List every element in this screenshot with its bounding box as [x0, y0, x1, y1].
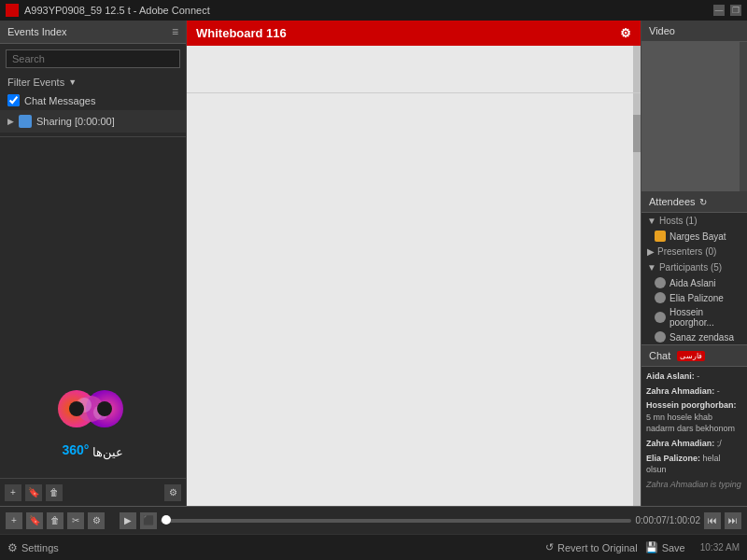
logo-container: 360° عین‌ها [37, 381, 149, 459]
timeline-controls: + 🔖 🗑 ✂ ⚙ ▶ ⬛ [6, 512, 157, 529]
logo-arabic-text: عین‌ها [92, 445, 123, 459]
clock-display: 10:32 AM [700, 542, 740, 553]
attendees-section: Attendees ↻ ▼ Hosts (1) Narges Bayat ▶ P… [641, 191, 747, 344]
participants-group-header[interactable]: ▼ Participants (5) [641, 259, 747, 275]
hosts-label: Hosts (1) [659, 216, 698, 226]
presenters-expand-icon: ▶ [647, 246, 655, 257]
timeline-play-pause-button[interactable]: ▶ [120, 512, 136, 529]
participant-avatar-sanaz [655, 331, 666, 343]
timeline-stop-button[interactable]: ⬛ [140, 512, 157, 529]
attendees-label: Attendees [649, 196, 696, 207]
filter-events-label: Filter Events [7, 77, 64, 88]
participant-item-elia: Elia Palizone [641, 290, 747, 305]
chat-message-5: Elia Palizone: helal olsun [646, 453, 742, 476]
whiteboard-panel: Whiteboard 116 ⚙ [187, 21, 641, 506]
save-label: Save [662, 542, 685, 553]
delete-button[interactable]: 🗑 [46, 484, 63, 501]
chat-message-4: Zahra Ahmadian: ;/ [646, 438, 742, 450]
timeline-delete-button[interactable]: 🗑 [47, 512, 63, 529]
whiteboard-header: Whiteboard 116 ⚙ [187, 21, 641, 46]
participant-avatar-elia [655, 292, 666, 303]
events-index-header: Events Index ≡ [0, 21, 186, 44]
chat-text-1: - [697, 371, 699, 381]
participant-name-elia: Elia Palizone [669, 293, 724, 303]
title-bar: A993YP0908_59 12.5 t - Adobe Connect — ❐ [0, 0, 747, 21]
sharing-label: Sharing [0:00:00] [36, 116, 115, 127]
participant-avatar-hossein [655, 312, 666, 323]
hosts-expand-icon: ▼ [647, 216, 656, 226]
revert-label: Revert to Original [557, 542, 638, 553]
chat-sender-5: Elia Palizone: [646, 454, 700, 463]
video-label: Video [649, 25, 675, 36]
timeline-add-button[interactable]: + [6, 512, 22, 529]
add-bookmark-button[interactable]: + [5, 484, 21, 501]
participant-item-aida: Aida Aslani [641, 275, 747, 290]
timeline-thumb[interactable] [162, 515, 171, 525]
svg-point-5 [69, 401, 84, 416]
timeline-skip-forward-button[interactable]: ⏭ [725, 512, 741, 529]
settings-button[interactable]: ⚙ Settings [7, 541, 59, 554]
events-index-panel: Events Index ≡ Filter Events ▼ Chat Mess… [0, 21, 187, 506]
whiteboard-content[interactable] [187, 46, 641, 506]
settings-gear-icon: ⚙ [7, 541, 18, 554]
chat-sender-3: Hossein poorghorban: [646, 400, 737, 410]
chat-sender-1: Aida Aslani: [646, 371, 695, 381]
logo-area: 360° عین‌ها [0, 141, 186, 478]
chat-message-2: Zahra Ahmadian: - [646, 385, 742, 398]
chat-language-badge: فارسی [677, 351, 705, 361]
settings-label: Settings [21, 542, 59, 553]
filter-events-button[interactable]: Filter Events ▼ [0, 74, 186, 91]
timeline-skip-back-button[interactable]: ⏮ [704, 512, 721, 529]
presenters-group-header[interactable]: ▶ Presenters (0) [641, 244, 747, 259]
bookmark-button[interactable]: 🔖 [25, 484, 42, 501]
participant-item-sanaz: Sanaz zendasa [641, 329, 747, 344]
timeline-settings-button[interactable]: ⚙ [88, 512, 105, 529]
status-bar: ⚙ Settings ↺ Revert to Original 💾 Save 1… [0, 534, 747, 560]
timeline-end-controls: ⏮ ⏭ [704, 512, 741, 529]
whiteboard-scrollbar[interactable] [633, 46, 641, 506]
chat-messages-label: Chat Messages [24, 95, 95, 106]
chat-typing-indicator: Zahra Ahmadian is typing [646, 479, 742, 491]
timeline-bar: + 🔖 🗑 ✂ ⚙ ▶ ⬛ 0:00:07/1:00:02 ⏮ ⏭ [0, 506, 747, 534]
whiteboard-line [187, 92, 633, 93]
logo-text-row: 360° عین‌ها [63, 441, 124, 459]
whiteboard-scrollbar-thumb[interactable] [633, 115, 641, 152]
participant-avatar-aida [655, 277, 666, 288]
sharing-item[interactable]: ▶ Sharing [0:00:00] [0, 110, 186, 133]
main-layout: Events Index ≡ Filter Events ▼ Chat Mess… [0, 21, 747, 506]
events-index-title: Events Index [7, 26, 67, 37]
chat-messages-checkbox[interactable] [7, 94, 20, 106]
video-content [641, 42, 747, 191]
timeline-progress-bar[interactable] [161, 519, 631, 523]
timeline-time-display: 0:00:07/1:00:02 [635, 515, 700, 525]
minimize-button[interactable]: — [713, 5, 725, 16]
chat-messages-checkbox-row: Chat Messages [0, 91, 186, 110]
timeline-bookmark-button[interactable]: 🔖 [26, 512, 43, 529]
attendees-refresh-icon[interactable]: ↻ [699, 197, 707, 207]
restore-button[interactable]: ❐ [730, 5, 741, 16]
whiteboard-settings-icon[interactable]: ⚙ [620, 26, 631, 40]
participants-label: Participants (5) [659, 262, 722, 273]
revert-button[interactable]: ↺ Revert to Original [545, 541, 638, 553]
logo-svg [37, 381, 149, 437]
host-item-narges: Narges Bayat [641, 229, 747, 244]
window-title: A993YP0908_59 12.5 t - Adobe Connect [24, 5, 210, 16]
participants-expand-icon: ▼ [647, 262, 656, 273]
panel-menu-button[interactable]: ≡ [172, 25, 178, 38]
left-panel-toolbar: + 🔖 🗑 ⚙ [0, 478, 186, 506]
tools-button[interactable]: ⚙ [164, 484, 181, 501]
search-input[interactable] [6, 49, 180, 68]
whiteboard-title: Whiteboard 116 [196, 26, 287, 40]
chat-section: Chat فارسی Aida Aslani: - Zahra Ahmadian… [641, 344, 747, 506]
chat-sender-2: Zahra Ahmadian: [646, 386, 714, 396]
presenters-label: Presenters (0) [657, 246, 716, 257]
timeline-tools-button[interactable]: ✂ [67, 512, 84, 529]
left-panel-divider [0, 136, 186, 137]
chat-message-3: Hossein poorghorban: 5 mn hosele khab na… [646, 399, 742, 435]
host-name-narges: Narges Bayat [669, 231, 726, 242]
hosts-group-header[interactable]: ▼ Hosts (1) [641, 213, 747, 229]
video-scrollbar[interactable] [740, 42, 747, 191]
video-panel-header: Video [641, 21, 747, 42]
chat-messages-area[interactable]: Aida Aslani: - Zahra Ahmadian: - Hossein… [641, 367, 747, 506]
save-button[interactable]: 💾 Save [645, 541, 685, 553]
